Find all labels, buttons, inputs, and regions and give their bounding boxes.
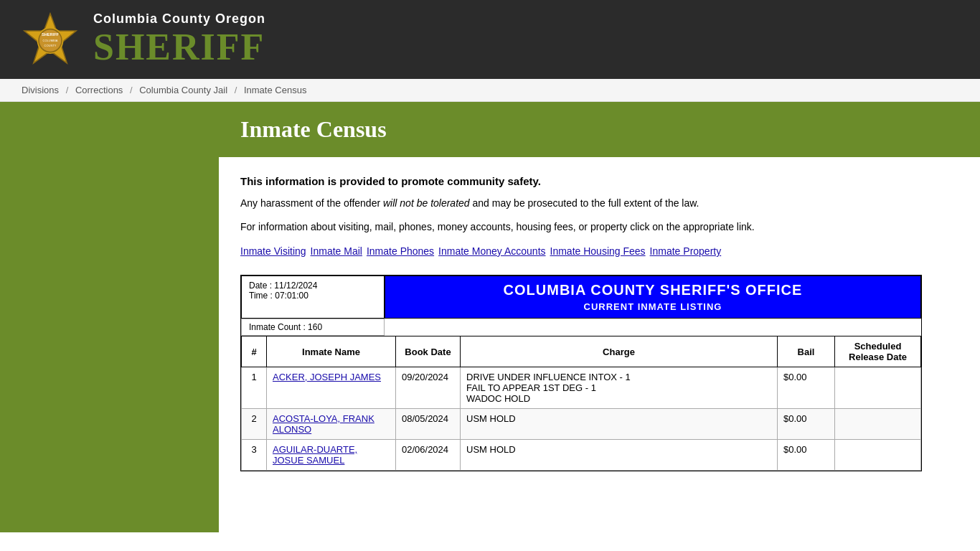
sheriff-badge-icon: SHERIFF COLUMBIA COUNTY (22, 11, 79, 68)
cell-num: 1 (242, 367, 267, 409)
info-text-2: For information about visiting, mail, ph… (240, 220, 958, 235)
inmate-count-label: Inmate Count : 160 (249, 322, 322, 332)
col-header-num: # (242, 336, 267, 367)
table-row: 3 AGUILAR-DUARTE, JOSUE SAMUEL 02/06/202… (242, 440, 921, 471)
cell-num: 3 (242, 440, 267, 471)
svg-text:COLUMBIA: COLUMBIA (43, 39, 58, 42)
breadcrumb-current: Inmate Census (244, 85, 306, 95)
col-header-name: Inmate Name (267, 336, 396, 367)
table-row: 2 ACOSTA-LOYA, FRANK ALONSO 08/05/2024 U… (242, 409, 921, 440)
inmate-table-container: Date : 11/12/2024 Time : 07:01:00 COLUMB… (240, 275, 922, 471)
listing-subtitle: CURRENT INMATE LISTING (584, 301, 722, 312)
col-header-charge: Charge (461, 336, 778, 367)
county-name: Columbia County Oregon (93, 11, 265, 27)
office-title: COLUMBIA COUNTY SHERIFF'S OFFICE (504, 282, 803, 298)
col-header-release: Scheduled Release Date (835, 336, 921, 367)
breadcrumb-corrections[interactable]: Corrections (75, 85, 123, 95)
link-inmate-property[interactable]: Inmate Property (650, 245, 722, 257)
table-title-cell: COLUMBIA COUNTY SHERIFF'S OFFICE CURRENT… (385, 276, 921, 319)
cell-bail: $0.00 (778, 367, 835, 409)
page-title-bar: Inmate Census (219, 102, 980, 157)
content-area: Inmate Census This information is provid… (219, 102, 980, 532)
link-inmate-money[interactable]: Inmate Money Accounts (438, 245, 545, 257)
svg-text:SHERIFF: SHERIFF (42, 32, 60, 37)
header-text: Columbia County Oregon Sheriff (93, 11, 265, 67)
link-inmate-visiting[interactable]: Inmate Visiting (240, 245, 306, 257)
info-italic: will not be tolerated (383, 197, 470, 209)
main-layout: Inmate Census This information is provid… (0, 102, 980, 532)
cell-charge: USM HOLD (461, 440, 778, 471)
link-inmate-phones[interactable]: Inmate Phones (367, 245, 434, 257)
cell-name: AGUILAR-DUARTE, JOSUE SAMUEL (267, 440, 396, 471)
info-text-1: Any harassment of the offender will not … (240, 196, 958, 211)
breadcrumb: Divisions / Corrections / Columbia Count… (0, 79, 980, 102)
site-title: Sheriff (93, 27, 265, 67)
link-inmate-housing[interactable]: Inmate Housing Fees (550, 245, 646, 257)
sidebar (0, 102, 219, 532)
content-body: This information is provided to promote … (219, 157, 980, 489)
table-header-row: Date : 11/12/2024 Time : 07:01:00 COLUMB… (241, 276, 921, 319)
table-row: 1 ACKER, JOSEPH JAMES 09/20/2024 DRIVE U… (242, 367, 921, 409)
cell-name: ACKER, JOSEPH JAMES (267, 367, 396, 409)
col-header-book: Book Date (396, 336, 461, 367)
inmate-name-link[interactable]: AGUILAR-DUARTE, JOSUE SAMUEL (273, 444, 357, 466)
table-info-cell: Date : 11/12/2024 Time : 07:01:00 (241, 276, 385, 319)
cell-release (835, 367, 921, 409)
cell-name: ACOSTA-LOYA, FRANK ALONSO (267, 409, 396, 440)
page-title: Inmate Census (240, 116, 958, 143)
col-header-bail: Bail (778, 336, 835, 367)
link-inmate-mail[interactable]: Inmate Mail (311, 245, 362, 257)
inmate-data-table: # Inmate Name Book Date Charge Bail Sche… (241, 336, 921, 471)
cell-book-date: 08/05/2024 (396, 409, 461, 440)
cell-bail: $0.00 (778, 409, 835, 440)
info-bold-text: This information is provided to promote … (240, 175, 958, 187)
table-time: Time : 07:01:00 (249, 291, 377, 301)
cell-book-date: 02/06/2024 (396, 440, 461, 471)
breadcrumb-divisions[interactable]: Divisions (22, 85, 59, 95)
breadcrumb-jail[interactable]: Columbia County Jail (139, 85, 227, 95)
cell-book-date: 09/20/2024 (396, 367, 461, 409)
inmate-name-link[interactable]: ACOSTA-LOYA, FRANK ALONSO (273, 413, 374, 435)
cell-bail: $0.00 (778, 440, 835, 471)
inmate-links-row: Inmate Visiting Inmate Mail Inmate Phone… (240, 245, 958, 257)
cell-charge: USM HOLD (461, 409, 778, 440)
site-header: SHERIFF COLUMBIA COUNTY Columbia County … (0, 0, 980, 79)
inmate-count-row: Inmate Count : 160 (241, 319, 385, 336)
cell-release (835, 440, 921, 471)
cell-charge: DRIVE UNDER INFLUENCE INTOX - 1FAIL TO A… (461, 367, 778, 409)
svg-text:COUNTY: COUNTY (44, 44, 57, 47)
cell-release (835, 409, 921, 440)
table-date: Date : 11/12/2024 (249, 281, 377, 291)
inmate-name-link[interactable]: ACKER, JOSEPH JAMES (273, 372, 381, 382)
cell-num: 2 (242, 409, 267, 440)
